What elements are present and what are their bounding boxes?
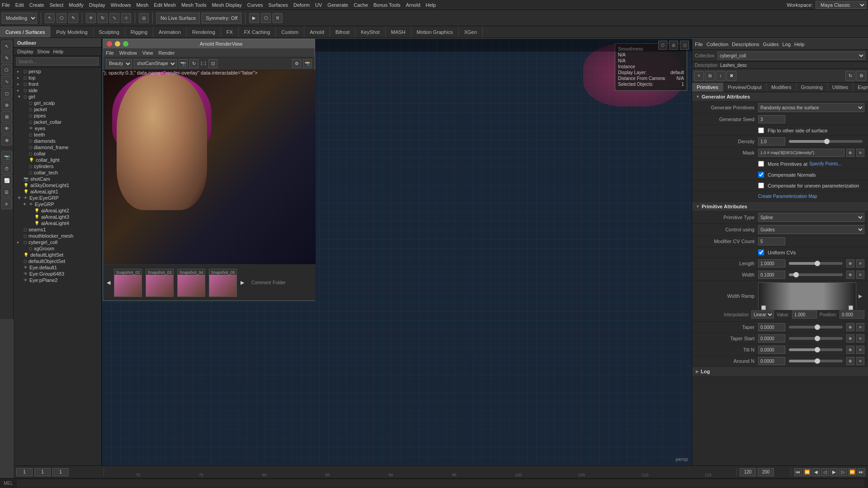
props-tab-grooming[interactable]: Grooming: [797, 83, 828, 92]
tree-item-mouthblocker-mesh[interactable]: ◻mouthblocker_mesh: [14, 233, 101, 239]
tab-arnold[interactable]: Arnold: [304, 26, 330, 38]
control-using-select[interactable]: Guides: [758, 225, 864, 234]
xgen-settings-icon[interactable]: ⚙: [856, 71, 866, 81]
tree-item-jacket-collar[interactable]: ◻jacket_collar: [14, 119, 101, 125]
menu-generate[interactable]: Generate: [327, 2, 348, 8]
outliner-help-tab[interactable]: Help: [53, 49, 64, 54]
tree-item-diamond-frame[interactable]: ◻diamond_frame: [14, 144, 101, 150]
menu-surfaces[interactable]: Surfaces: [269, 2, 288, 8]
snapshot-scroll-prev[interactable]: ◀: [107, 280, 110, 286]
surface-icon[interactable]: ◻: [1, 88, 12, 99]
pause-icon[interactable]: ⏸: [273, 13, 283, 23]
uniform-cvs-checkbox[interactable]: [758, 249, 764, 255]
tree-item-Eye-default1[interactable]: 👁Eye:default1: [14, 264, 101, 271]
tab-rendering[interactable]: Rendering: [187, 26, 221, 38]
tree-item-girl-scalp[interactable]: ◻girl_scalp: [14, 100, 101, 106]
arnold-menu-view[interactable]: View: [142, 50, 153, 56]
tab-custom[interactable]: Custom: [276, 26, 304, 38]
tree-item-shotCam[interactable]: 📷shotCam: [14, 176, 101, 182]
taper-input[interactable]: [758, 323, 785, 331]
generate-primitives-select[interactable]: Randomly across the surface: [758, 103, 864, 112]
select-tool-icon[interactable]: ↖: [45, 13, 55, 23]
tilt-n-key-btn[interactable]: ⊕: [846, 346, 854, 354]
mel-input[interactable]: [17, 479, 864, 488]
tab-fx[interactable]: FX: [221, 26, 239, 38]
tree-item-EyeGRP[interactable]: ▼👁EyeGRP: [14, 201, 101, 207]
density-slider[interactable]: [789, 140, 863, 143]
display-icon[interactable]: 👁: [1, 123, 12, 134]
play-back-button[interactable]: ◁: [821, 468, 829, 476]
graph-icon[interactable]: 📈: [1, 175, 12, 186]
width-ramp-canvas[interactable]: [758, 282, 856, 310]
compensate-uneven-checkbox[interactable]: [758, 183, 764, 188]
tree-item-collar[interactable]: ◻collar: [14, 150, 101, 157]
tab-motion-graphics[interactable]: Motion Graphics: [411, 26, 459, 38]
window-maximize-button[interactable]: [123, 41, 128, 47]
render-icon[interactable]: ▶: [249, 13, 259, 23]
refresh-icon[interactable]: ↻: [189, 59, 198, 68]
length-key-btn[interactable]: ⊕: [846, 259, 854, 267]
cam-select[interactable]: shotCamShape: [134, 59, 177, 68]
frame-start-right[interactable]: [740, 468, 756, 476]
around-n-key-btn[interactable]: ⊕: [846, 357, 854, 365]
go-start-button[interactable]: ⏮: [794, 468, 802, 476]
outliner-show-tab[interactable]: Show: [37, 49, 50, 54]
props-collection-link[interactable]: Collection: [707, 42, 728, 47]
window-close-button[interactable]: [107, 41, 112, 47]
ramp-marker-left[interactable]: [761, 305, 766, 310]
primitive-type-select[interactable]: Spline: [758, 213, 864, 222]
around-n-slider[interactable]: [789, 360, 843, 362]
tree-item-collar-tech[interactable]: ◻collar_tech: [14, 169, 101, 176]
tree-item-seams1[interactable]: ◻seams1: [14, 226, 101, 233]
menu-select[interactable]: Select: [50, 2, 64, 8]
tree-item-Eye-EyeGRP[interactable]: ▼👁Eye:EyeGRP: [14, 195, 101, 201]
length-input[interactable]: [758, 259, 785, 267]
ramp-marker-right[interactable]: [849, 305, 853, 310]
length-slider-thumb[interactable]: [815, 261, 820, 266]
tree-item-Eye-Group6483[interactable]: 👁Eye:Group6483: [14, 271, 101, 277]
taper-start-input[interactable]: [758, 334, 785, 343]
tree-item-side[interactable]: ▸◻side: [14, 87, 101, 94]
tree-item-teeth[interactable]: ◻teeth: [14, 131, 101, 138]
tree-item-eyes[interactable]: 👁eyes: [14, 125, 101, 131]
tab-animation[interactable]: Animation: [153, 26, 187, 38]
log-section-header[interactable]: ▶ Log: [692, 367, 868, 376]
next-frame-button[interactable]: ⏩: [848, 468, 856, 476]
arnold-menu-render[interactable]: Render: [159, 50, 175, 56]
length-expr-btn[interactable]: ≡: [856, 259, 864, 267]
tree-item-top[interactable]: ▸◻top: [14, 75, 101, 81]
go-end-button[interactable]: ⏭: [857, 468, 865, 476]
search-input[interactable]: [16, 57, 99, 66]
modifier-cv-input[interactable]: [758, 237, 785, 245]
snapshot-02[interactable]: Snapshot_02: [114, 269, 142, 297]
timeline-ruler[interactable]: 70 75 80 85 90 95 100 105 110 115: [104, 466, 736, 478]
paint-icon[interactable]: ✎: [1, 52, 12, 63]
taper-slider-thumb[interactable]: [815, 324, 820, 330]
mask-btn-1[interactable]: ⊕: [846, 149, 854, 157]
menu-uv[interactable]: UV: [315, 2, 322, 8]
taper-slider[interactable]: [789, 326, 843, 328]
tilt-n-slider-thumb[interactable]: [815, 347, 820, 352]
menu-help[interactable]: Help: [426, 2, 436, 8]
menu-create[interactable]: Create: [29, 2, 44, 8]
props-tab-expressions[interactable]: Expressions: [853, 83, 868, 92]
density-slider-thumb[interactable]: [824, 139, 830, 144]
menu-file[interactable]: File: [2, 2, 10, 8]
tree-item-Eye-pPlane2[interactable]: 👁Eye:pPlane2: [14, 277, 101, 283]
live-surface-button[interactable]: No Live Surface: [156, 13, 200, 23]
prev-frame-button[interactable]: ⏪: [803, 468, 811, 476]
range-start-input[interactable]: [16, 468, 33, 476]
props-tab-utilities[interactable]: Utilities: [828, 83, 853, 92]
primitive-section-header[interactable]: ▼ Primitive Attributes: [692, 202, 868, 211]
compensate-normals-checkbox[interactable]: [758, 172, 764, 178]
tab-rigging[interactable]: Rigging: [125, 26, 153, 38]
menu-mesh-tools[interactable]: Mesh Tools: [181, 2, 206, 8]
props-tab-primitives[interactable]: Primitives: [692, 83, 723, 92]
tilt-n-expr-btn[interactable]: ≡: [856, 346, 864, 354]
menu-windows[interactable]: Windows: [111, 2, 131, 8]
zoom-fit-icon[interactable]: ⊡: [208, 59, 217, 68]
around-n-slider-thumb[interactable]: [815, 358, 820, 364]
soft-select-icon[interactable]: ◎: [139, 13, 149, 23]
ramp-position-input[interactable]: [840, 310, 864, 319]
snapshot-scroll-next[interactable]: ▶: [241, 280, 244, 286]
